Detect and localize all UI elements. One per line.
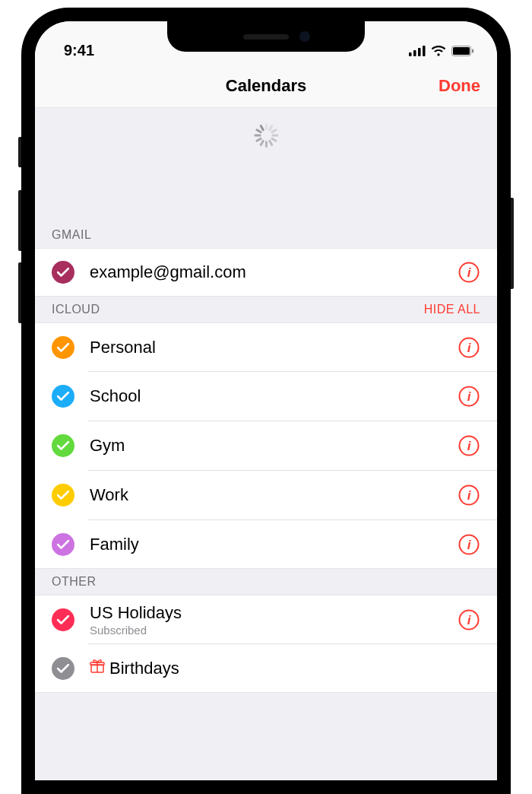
row-text: Gym [90,430,458,462]
calendar-sections: GMAILexample@gmail.comiICLOUDHIDE ALLPer… [35,222,497,693]
svg-text:i: i [467,538,472,552]
front-camera [299,31,310,42]
calendar-row[interactable]: Schooli [35,372,497,421]
info-button[interactable]: i [458,385,480,408]
checkmark-icon[interactable] [52,608,74,631]
svg-rect-6 [472,49,473,53]
calendar-label: Personal [90,338,458,357]
checkmark-icon[interactable] [52,533,74,556]
screen: 9:41 Calendars Done GMAILexample@gmail [35,21,497,780]
row-text: School [90,380,458,412]
row-text: Work [90,479,458,511]
calendar-row[interactable]: Personali [35,322,497,371]
speaker-grille [243,34,289,40]
svg-rect-0 [409,52,412,56]
calendar-label: School [90,386,458,406]
svg-text:i: i [467,613,472,627]
calendar-sublabel: Subscribed [90,624,458,637]
section-other: US HolidaysSubscribediBirthdays [35,595,497,693]
wifi-icon [431,46,446,59]
info-button[interactable]: i [458,533,480,556]
pull-to-refresh [35,108,497,222]
info-button[interactable]: i [458,484,480,507]
svg-text:i: i [467,265,472,280]
calendar-row[interactable]: Gymi [35,421,497,470]
notch [167,21,365,52]
svg-text:i: i [467,389,472,404]
calendar-row[interactable]: Worki [35,471,497,519]
done-button[interactable]: Done [439,76,480,96]
calendar-row[interactable]: Familyi [35,520,497,569]
gift-icon [90,660,105,677]
checkmark-icon[interactable] [52,336,74,359]
calendar-row[interactable]: Birthdays [35,644,497,693]
hide-all-button[interactable]: HIDE ALL [424,303,480,316]
calendar-label: Work [90,485,458,505]
svg-text:i: i [467,341,472,355]
checkmark-icon[interactable] [52,385,74,408]
section-header-label: GMAIL [52,228,91,242]
status-time: 9:41 [64,42,94,59]
checkmark-icon[interactable] [52,484,74,507]
battery-icon [451,46,474,59]
calendar-row[interactable]: example@gmail.comi [35,248,497,297]
row-text: Family [90,529,458,561]
section-header-label: OTHER [52,575,97,589]
calendar-label: US Holidays [90,603,458,623]
svg-rect-5 [453,47,470,55]
calendar-label: Gym [90,436,458,456]
svg-rect-2 [418,48,421,56]
calendar-label: example@gmail.com [90,262,458,282]
checkmark-icon[interactable] [52,657,74,680]
page-title: Calendars [226,76,306,96]
section-gmail: example@gmail.comi [35,248,497,297]
info-button[interactable]: i [458,336,480,359]
section-header-other: OTHER [35,569,497,595]
row-text: US HolidaysSubscribed [90,597,458,643]
info-button[interactable]: i [458,261,480,284]
svg-rect-3 [423,46,426,56]
section-header-label: ICLOUD [52,303,100,316]
phone-frame: 9:41 Calendars Done GMAILexample@gmail [21,8,511,794]
info-button[interactable]: i [458,434,480,457]
svg-text:i: i [467,488,472,503]
status-icons [409,46,474,59]
cellular-icon [409,46,426,59]
info-button[interactable]: i [458,608,480,631]
svg-rect-1 [413,50,416,56]
section-header-icloud: ICLOUDHIDE ALL [35,297,497,322]
checkmark-icon[interactable] [52,434,74,457]
svg-text:i: i [467,439,472,453]
calendar-row[interactable]: US HolidaysSubscribedi [35,595,497,643]
calendar-label: Birthdays [90,659,480,678]
section-icloud: PersonaliSchooliGymiWorkiFamilyi [35,322,497,569]
row-text: example@gmail.com [90,256,458,288]
nav-bar: Calendars Done [35,64,497,108]
row-text: Personal [90,332,458,364]
row-text: Birthdays [90,653,480,684]
calendar-label: Family [90,535,458,554]
checkmark-icon[interactable] [52,261,74,284]
spinner-icon [254,123,278,148]
section-header-gmail: GMAIL [35,222,497,248]
